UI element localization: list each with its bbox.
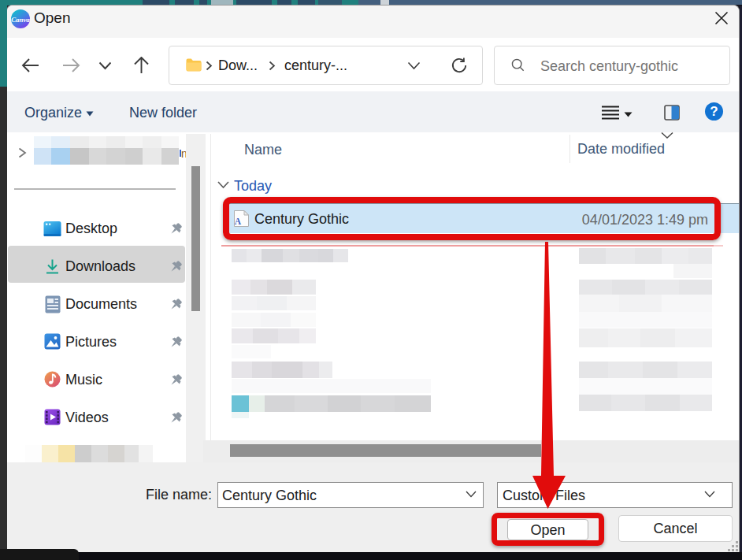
svg-text:Canva: Canva — [11, 16, 30, 24]
